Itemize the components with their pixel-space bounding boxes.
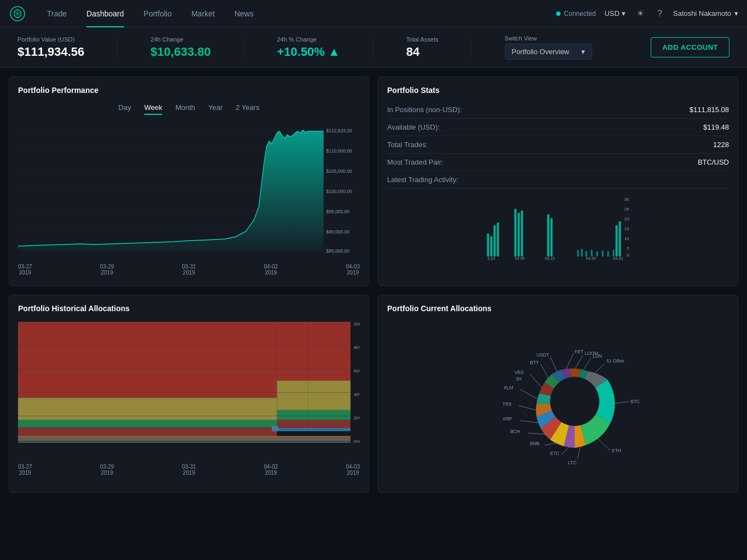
currency-selector[interactable]: USD ▾ <box>604 9 625 18</box>
svg-rect-77 <box>18 441 351 442</box>
svg-line-93 <box>566 353 574 369</box>
svg-line-87 <box>594 363 605 374</box>
svg-rect-32 <box>581 249 583 256</box>
svg-line-91 <box>575 355 583 369</box>
status-label: Connected <box>564 10 596 18</box>
stats-row-trades: Total Trades: 1228 <box>387 136 729 154</box>
change-pct-item: 24h % Change +10.50% ▲ <box>277 36 340 59</box>
tab-day[interactable]: Day <box>119 101 131 115</box>
pair-value: BTC/USD <box>698 158 729 166</box>
divider-4 <box>471 37 472 59</box>
available-label: Available (USD): <box>387 123 440 131</box>
svg-rect-67 <box>277 420 308 429</box>
user-menu[interactable]: Satoshi Nakamoto ▾ <box>673 9 738 18</box>
svg-rect-59 <box>308 322 351 381</box>
positions-label: In Positions (non-USD): <box>387 106 462 114</box>
svg-line-97 <box>541 364 548 378</box>
svg-text:$95,000.00: $95,000.00 <box>326 209 349 214</box>
svg-text:LTC: LTC <box>568 460 576 465</box>
svg-text:VES: VES <box>515 370 524 375</box>
svg-line-106 <box>520 421 538 423</box>
svg-rect-64 <box>277 410 308 420</box>
nav-dashboard[interactable]: Dashboard <box>77 0 134 27</box>
svg-line-110 <box>545 443 557 445</box>
svg-text:$105,000.00: $105,000.00 <box>326 168 352 174</box>
divider-2 <box>243 37 244 59</box>
svg-line-112 <box>561 447 569 455</box>
svg-rect-36 <box>602 250 604 256</box>
svg-rect-71 <box>308 428 351 431</box>
svg-rect-37 <box>608 251 609 256</box>
svg-text:$100,000.00: $100,000.00 <box>326 189 352 194</box>
svg-text:XLM: XLM <box>504 385 513 390</box>
portfolio-value-item: Portfolio Value (USD) $111,934.56 <box>17 36 84 59</box>
svg-rect-60 <box>18 398 277 419</box>
tab-2years[interactable]: 2 Years <box>236 101 259 115</box>
svg-text:BNB: BNB <box>530 441 540 446</box>
svg-text:04-02: 04-02 <box>614 256 623 260</box>
svg-line-99 <box>530 374 542 388</box>
allocations-title: Portfolio Current Allocations <box>387 304 729 313</box>
svg-text:03-05: 03-05 <box>515 256 525 260</box>
tab-month[interactable]: Month <box>176 101 195 115</box>
svg-rect-63 <box>18 420 277 427</box>
positions-value: $111,815.08 <box>690 106 729 114</box>
connection-status: Connected <box>556 10 596 18</box>
svg-text:TRX: TRX <box>503 401 512 407</box>
svg-text:BCH: BCH <box>510 429 520 434</box>
nav-right: Connected USD ▾ ☀ ? Satoshi Nakamoto ▾ <box>556 6 738 21</box>
stats-row-activity: Latest Trading Activity: <box>387 171 729 189</box>
svg-rect-22 <box>487 234 489 256</box>
divider-3 <box>373 37 374 59</box>
svg-text:60%: 60% <box>354 368 360 374</box>
pair-label: Most Traded Pair: <box>387 158 443 166</box>
svg-rect-78 <box>18 442 351 442</box>
svg-line-116 <box>598 439 610 451</box>
svg-rect-28 <box>521 211 523 256</box>
svg-text:FET: FET <box>575 349 583 354</box>
portfolio-value-label: Portfolio Value (USD) <box>17 36 84 43</box>
historical-chart: 100% 80% 60% 40% 20% 0% <box>18 319 360 462</box>
svg-text:$112,833.20: $112,833.20 <box>326 128 352 133</box>
svg-rect-62 <box>308 381 351 410</box>
svg-rect-70 <box>277 428 308 431</box>
svg-rect-66 <box>18 427 277 436</box>
nav-news[interactable]: News <box>225 0 264 27</box>
svg-rect-29 <box>547 214 550 256</box>
svg-text:ETC: ETC <box>550 451 559 456</box>
svg-rect-79 <box>18 442 351 443</box>
divider-1 <box>117 37 118 59</box>
nav-trade[interactable]: Trade <box>37 0 77 27</box>
svg-text:ETH: ETH <box>612 448 621 453</box>
performance-chart-area: $112,833.20 $110,000.00 $105,000.00 $100… <box>18 119 360 261</box>
svg-text:3H: 3H <box>516 376 522 382</box>
help-icon[interactable]: ? <box>655 7 664 21</box>
tab-week[interactable]: Week <box>144 101 162 115</box>
svg-rect-58 <box>277 322 308 381</box>
nav-portfolio[interactable]: Portfolio <box>134 0 182 27</box>
change-pct-label: 24h % Change <box>277 36 340 43</box>
switch-view-label: Switch View <box>505 35 592 42</box>
svg-rect-57 <box>18 322 277 398</box>
stats-row-available: Available (USD): $119.48 <box>387 119 729 136</box>
available-value: $119.48 <box>703 123 729 131</box>
portfolio-value: $111,934.56 <box>17 45 84 59</box>
svg-text:$90,000.00: $90,000.00 <box>326 229 349 235</box>
activity-label: Latest Trading Activity: <box>387 176 458 184</box>
svg-rect-34 <box>591 250 593 256</box>
theme-toggle-icon[interactable]: ☀ <box>634 6 646 21</box>
svg-rect-68 <box>308 420 351 429</box>
navigation: Trade Dashboard Portfolio Market News Co… <box>0 0 747 27</box>
nav-items: Trade Dashboard Portfolio Market News <box>37 0 556 27</box>
performance-tabs: Day Week Month Year 2 Years <box>18 101 360 115</box>
nav-market[interactable]: Market <box>182 0 225 27</box>
allocations-panel: Portfolio Current Allocations <box>378 295 738 493</box>
switch-view-select[interactable]: Portfolio Overview ▾ <box>505 44 592 60</box>
tab-year[interactable]: Year <box>208 101 223 115</box>
stats-panel: Portfolio Stats In Positions (non-USD): … <box>378 77 738 286</box>
svg-text:51 Other: 51 Other <box>606 358 625 364</box>
add-account-button[interactable]: ADD ACCOUNT <box>651 37 730 57</box>
hist-x-labels: 03-27 2019 03-29 2019 03-31 2019 04-02 2… <box>18 463 360 477</box>
performance-chart-svg: $112,833.20 $110,000.00 $105,000.00 $100… <box>18 119 360 261</box>
trades-value: 1228 <box>713 141 729 149</box>
